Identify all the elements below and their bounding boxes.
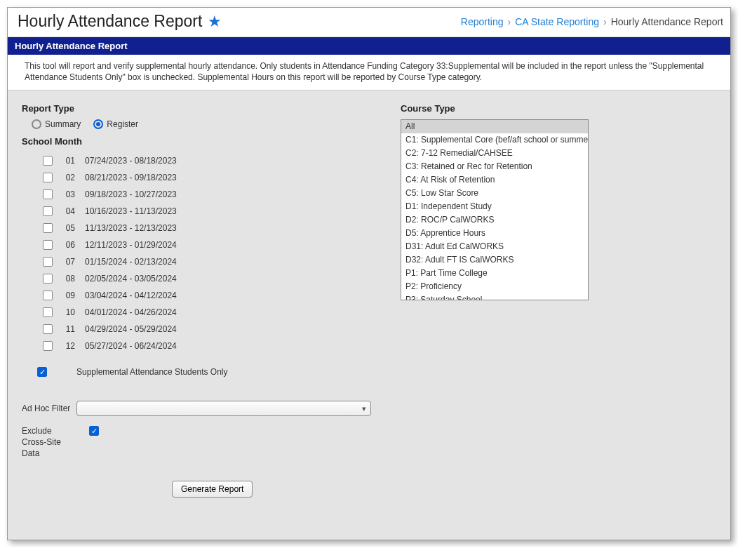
breadcrumb: Reporting › CA State Reporting › Hourly … <box>461 16 723 27</box>
school-month-checkbox[interactable] <box>43 156 53 166</box>
page-title-text: Hourly Attendance Report <box>18 12 202 31</box>
school-month-range: 10/16/2023 - 11/13/2023 <box>85 206 177 216</box>
school-month-number: 09 <box>62 291 75 300</box>
school-month-checkbox[interactable] <box>43 257 53 267</box>
school-month-range: 08/21/2023 - 09/18/2023 <box>85 173 177 182</box>
course-type-option[interactable]: All <box>401 120 588 133</box>
breadcrumb-current: Hourly Attendance Report <box>611 16 723 27</box>
school-month-row: 0208/21/2023 - 09/18/2023 <box>43 169 373 186</box>
supplemental-only-row: ✓ Supplemental Attendance Students Only <box>37 367 373 377</box>
course-type-label: Course Type <box>401 103 604 114</box>
school-month-list: 0107/24/2023 - 08/18/20230208/21/2023 - … <box>43 152 373 354</box>
school-month-checkbox[interactable] <box>43 291 53 300</box>
course-type-option[interactable]: D2: ROC/P CalWORKS <box>401 213 588 227</box>
school-month-checkbox[interactable] <box>43 324 53 334</box>
exclude-cross-site-row: Exclude Cross-Site Data ✓ <box>22 426 373 459</box>
school-month-checkbox[interactable] <box>43 341 53 351</box>
supplemental-only-label: Supplemental Attendance Students Only <box>76 367 227 377</box>
app-window: Hourly Attendance Report ★ Reporting › C… <box>7 7 731 540</box>
school-month-number: 01 <box>62 156 75 166</box>
course-type-option[interactable]: D5: Apprentice Hours <box>401 227 588 240</box>
school-month-row: 0701/15/2024 - 02/13/2024 <box>43 253 373 270</box>
school-month-number: 12 <box>62 341 75 351</box>
chevron-down-icon: ▾ <box>362 404 366 413</box>
school-month-number: 02 <box>62 173 75 182</box>
radio-summary[interactable]: Summary <box>32 119 81 129</box>
school-month-range: 03/04/2024 - 04/12/2024 <box>85 291 177 300</box>
school-month-range: 05/27/2024 - 06/24/2024 <box>85 341 177 351</box>
adhoc-filter-label: Ad Hoc Filter <box>22 404 71 413</box>
report-type-radios: Summary Register <box>32 119 373 129</box>
form-body: Report Type Summary Register School Mont… <box>8 91 730 540</box>
school-month-row: 0410/16/2023 - 11/13/2023 <box>43 203 373 220</box>
school-month-number: 10 <box>62 307 75 317</box>
school-month-row: 0511/13/2023 - 12/13/2023 <box>43 220 373 236</box>
school-month-row: 0309/18/2023 - 10/27/2023 <box>43 186 373 203</box>
school-month-checkbox[interactable] <box>43 189 53 199</box>
school-month-row: 1104/29/2024 - 05/29/2024 <box>43 321 373 338</box>
radio-register-label: Register <box>107 119 138 129</box>
school-month-number: 04 <box>62 206 75 216</box>
course-type-option[interactable]: D31: Adult Ed CalWORKS <box>401 240 588 253</box>
adhoc-filter-row: Ad Hoc Filter ▾ <box>22 401 373 416</box>
school-month-number: 05 <box>62 223 75 233</box>
radio-summary-label: Summary <box>45 119 81 129</box>
school-month-checkbox[interactable] <box>43 274 53 284</box>
school-month-checkbox[interactable] <box>43 173 53 182</box>
radio-icon <box>32 119 41 129</box>
course-type-option[interactable]: D1: Independent Study <box>401 200 588 213</box>
school-month-number: 08 <box>62 274 75 284</box>
school-month-row: 0802/05/2024 - 03/05/2024 <box>43 270 373 287</box>
breadcrumb-ca-state[interactable]: CA State Reporting <box>515 16 599 27</box>
description-bar: This tool will report and verify supplem… <box>8 55 730 91</box>
course-type-option[interactable]: C4: At Risk of Retention <box>401 173 588 187</box>
school-month-range: 02/05/2024 - 03/05/2024 <box>85 274 177 284</box>
section-header-text: Hourly Attendance Report <box>15 41 128 51</box>
school-month-range: 07/24/2023 - 08/18/2023 <box>85 156 177 166</box>
course-type-option[interactable]: P2: Proficiency <box>401 280 588 293</box>
favorite-star-icon[interactable]: ★ <box>208 14 222 29</box>
page-title: Hourly Attendance Report ★ <box>18 12 222 31</box>
right-column: Course Type AllC1: Supplemental Core (be… <box>401 103 604 300</box>
left-column: Report Type Summary Register School Mont… <box>22 103 373 459</box>
school-month-number: 06 <box>62 240 75 250</box>
school-month-range: 04/01/2024 - 04/26/2024 <box>85 307 177 317</box>
school-month-checkbox[interactable] <box>43 240 53 250</box>
course-type-option[interactable]: C2: 7-12 Remedial/CAHSEE <box>401 147 588 160</box>
radio-icon <box>93 119 103 129</box>
school-month-checkbox[interactable] <box>43 223 53 233</box>
supplemental-only-checkbox[interactable]: ✓ <box>37 367 47 377</box>
school-month-number: 03 <box>62 189 75 199</box>
school-month-label: School Month <box>22 136 373 147</box>
top-bar: Hourly Attendance Report ★ Reporting › C… <box>8 8 730 37</box>
school-month-row: 1205/27/2024 - 06/24/2024 <box>43 338 373 354</box>
school-month-checkbox[interactable] <box>43 206 53 216</box>
school-month-range: 01/15/2024 - 02/13/2024 <box>85 257 177 267</box>
school-month-row: 0612/11/2023 - 01/29/2024 <box>43 236 373 253</box>
description-text: This tool will report and verify supplem… <box>25 61 704 82</box>
generate-report-button[interactable]: Generate Report <box>172 481 253 498</box>
school-month-range: 09/18/2023 - 10/27/2023 <box>85 189 177 199</box>
section-header-band: Hourly Attendance Report <box>8 37 730 55</box>
breadcrumb-reporting[interactable]: Reporting <box>461 16 504 27</box>
school-month-row: 1004/01/2024 - 04/26/2024 <box>43 304 373 321</box>
course-type-option[interactable]: P3: Saturday School <box>401 293 588 300</box>
course-type-option[interactable]: C5: Low Star Score <box>401 187 588 200</box>
school-month-row: 0107/24/2023 - 08/18/2023 <box>43 152 373 169</box>
exclude-cross-site-checkbox[interactable]: ✓ <box>89 426 99 436</box>
adhoc-filter-select[interactable]: ▾ <box>76 401 371 416</box>
course-type-option[interactable]: D32: Adult FT IS CalWORKS <box>401 253 588 267</box>
report-type-label: Report Type <box>22 103 373 114</box>
school-month-row: 0903/04/2024 - 04/12/2024 <box>43 287 373 304</box>
chevron-right-icon: › <box>507 16 511 27</box>
school-month-number: 11 <box>62 324 75 334</box>
school-month-range: 04/29/2024 - 05/29/2024 <box>85 324 177 334</box>
course-type-option[interactable]: C3: Retained or Rec for Retention <box>401 160 588 173</box>
chevron-right-icon: › <box>603 16 607 27</box>
exclude-cross-site-label: Exclude Cross-Site Data <box>22 426 64 459</box>
radio-register[interactable]: Register <box>93 119 138 129</box>
school-month-checkbox[interactable] <box>43 307 53 317</box>
course-type-listbox[interactable]: AllC1: Supplemental Core (bef/aft school… <box>401 119 589 300</box>
course-type-option[interactable]: C1: Supplemental Core (bef/aft school or… <box>401 133 588 147</box>
course-type-option[interactable]: P1: Part Time College <box>401 267 588 280</box>
